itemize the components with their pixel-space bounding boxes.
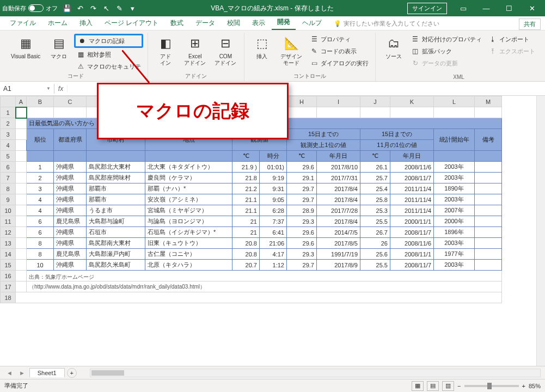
cell[interactable]: 2007年 xyxy=(434,205,475,216)
cell[interactable]: 那覇（ナハ）* xyxy=(145,183,232,194)
row-header[interactable]: 6 xyxy=(1,162,16,173)
select-all-corner[interactable] xyxy=(1,96,16,107)
cell[interactable]: 2011/11/4 xyxy=(390,205,434,216)
cell[interactable]: 2003年 xyxy=(434,162,475,173)
sheet-nav-prev-icon[interactable]: ◄ xyxy=(4,370,15,376)
addins-button[interactable]: ◧アド イン xyxy=(152,33,179,69)
col-header[interactable]: B xyxy=(27,96,54,107)
cell[interactable]: 那覇市 xyxy=(87,183,145,194)
cell[interactable]: 25.8 xyxy=(360,194,390,205)
cell[interactable]: 北大東（キタダイトウ） xyxy=(145,162,232,173)
tell-me-search[interactable]: 💡実行したい作業を入力してください xyxy=(328,17,518,30)
cell[interactable]: 1890年 xyxy=(434,183,475,194)
cell[interactable]: 21.8 xyxy=(232,173,260,183)
touch-icon[interactable]: ✎ xyxy=(114,3,124,13)
tab-home[interactable]: ホーム xyxy=(42,16,73,30)
cell[interactable]: 6:28 xyxy=(260,205,287,216)
close-icon[interactable]: ✕ xyxy=(521,0,543,16)
signin-button[interactable]: サインイン xyxy=(407,3,447,14)
cell[interactable]: 島尻郡北大東村 xyxy=(87,162,145,173)
col-header[interactable]: C xyxy=(54,96,87,107)
design-mode-button[interactable]: 📐デザイン モード xyxy=(277,33,305,69)
col-header[interactable]: M xyxy=(475,96,502,107)
cell[interactable]: 2017/7/28 xyxy=(317,205,360,216)
cell[interactable]: 沖縄県 xyxy=(54,227,87,238)
cell[interactable]: 26.7 xyxy=(360,227,390,238)
cell[interactable]: 21:06 xyxy=(260,238,287,249)
cell[interactable]: 1896年 xyxy=(434,227,475,238)
col-header[interactable]: I xyxy=(317,96,360,107)
cell[interactable]: 石垣市 xyxy=(87,227,145,238)
zoom-in-icon[interactable]: + xyxy=(522,383,525,389)
cell[interactable]: 29.3 xyxy=(287,216,317,227)
row-header[interactable]: 11 xyxy=(1,216,16,227)
cell[interactable]: 7:37 xyxy=(260,216,287,227)
sheet-tab[interactable]: Sheet1 xyxy=(29,368,65,377)
autosave-toggle[interactable]: 自動保存 オフ xyxy=(2,4,58,13)
cell[interactable]: 9:31 xyxy=(260,183,287,194)
cell[interactable]: 北原（キタハラ） xyxy=(145,260,232,271)
row-header[interactable]: 17 xyxy=(1,281,16,292)
cell[interactable]: 21.1 xyxy=(232,205,260,216)
map-properties-button[interactable]: ☰対応付けのプロパティ xyxy=(409,34,484,45)
cell[interactable]: 6 xyxy=(27,227,54,238)
cell[interactable] xyxy=(475,162,502,173)
cell[interactable]: 20.8 xyxy=(232,249,260,260)
add-sheet-button[interactable]: + xyxy=(67,368,77,378)
cell[interactable]: 2017/8/4 xyxy=(317,183,360,194)
cell[interactable]: 2014/7/5 xyxy=(317,227,360,238)
cell[interactable] xyxy=(475,173,502,183)
cell[interactable]: 沖縄県 xyxy=(54,173,87,183)
tab-insert[interactable]: 挿入 xyxy=(74,16,98,30)
visual-basic-button[interactable]: ▦ Visual Basic xyxy=(8,33,44,62)
row-header[interactable]: 9 xyxy=(1,194,16,205)
run-dialog-button[interactable]: ▭ダイアログの実行 xyxy=(308,58,371,69)
cell[interactable]: 25.3 xyxy=(360,205,390,216)
view-normal-icon[interactable]: ▦ xyxy=(412,381,424,391)
properties-button[interactable]: ☰プロパティ xyxy=(308,34,371,45)
cell[interactable]: 沖縄県 xyxy=(54,238,87,249)
excel-addins-button[interactable]: ⊞Excel アドイン xyxy=(181,33,209,69)
tab-view[interactable]: 表示 xyxy=(247,16,271,30)
cell[interactable]: 4 xyxy=(27,205,54,216)
zoom-level[interactable]: 85% xyxy=(529,383,541,389)
row-header[interactable]: 16 xyxy=(1,271,16,281)
cell[interactable]: 2003年 xyxy=(434,260,475,271)
cell[interactable]: 沖縄県 xyxy=(54,183,87,194)
cell[interactable]: 21 xyxy=(232,227,260,238)
view-pagebreak-icon[interactable]: ▥ xyxy=(442,381,454,391)
tab-layout[interactable]: ページ レイアウト xyxy=(99,16,164,30)
cell[interactable]: 2017/8/9 xyxy=(317,260,360,271)
tab-formulas[interactable]: 数式 xyxy=(165,16,189,30)
cell[interactable]: 2003年 xyxy=(434,238,475,249)
row-header[interactable]: 12 xyxy=(1,227,16,238)
cell[interactable]: 沖縄県 xyxy=(54,162,87,173)
cell[interactable] xyxy=(475,260,502,271)
cell[interactable]: 01:01) xyxy=(260,162,287,173)
row-header[interactable]: 5 xyxy=(1,151,16,162)
row-header[interactable]: 3 xyxy=(1,129,16,140)
cell[interactable]: 21 xyxy=(232,216,260,227)
tab-file[interactable]: ファイル xyxy=(4,16,41,30)
cell[interactable]: 2008/11/7 xyxy=(390,227,434,238)
row-header[interactable]: 1 xyxy=(1,107,16,118)
cell[interactable]: 2003年 xyxy=(434,194,475,205)
cell[interactable]: 古仁屋（コニヤ） xyxy=(145,249,232,260)
cell[interactable]: 4 xyxy=(27,194,54,205)
cell[interactable]: 2000年 xyxy=(434,216,475,227)
cell[interactable]: 2011/11/4 xyxy=(390,183,434,194)
cell[interactable]: 2017/8/10 xyxy=(317,162,360,173)
cell[interactable]: 2017/8/4 xyxy=(317,216,360,227)
cell[interactable]: 2003年 xyxy=(434,173,475,183)
cell[interactable]: 2008/11/7 xyxy=(390,260,434,271)
row-header[interactable]: 7 xyxy=(1,173,16,183)
cell[interactable]: 与論島（ヨロンジマ） xyxy=(145,216,232,227)
cell[interactable] xyxy=(475,227,502,238)
cell[interactable]: 1991/7/19 xyxy=(317,249,360,260)
undo-icon[interactable]: ↶ xyxy=(75,3,85,13)
cell[interactable]: 那覇市 xyxy=(87,194,145,205)
cell-A1[interactable] xyxy=(16,107,27,118)
cell[interactable]: 29.6 xyxy=(287,227,317,238)
cell[interactable]: 25.6 xyxy=(360,249,390,260)
cell[interactable]: 26 xyxy=(360,238,390,249)
